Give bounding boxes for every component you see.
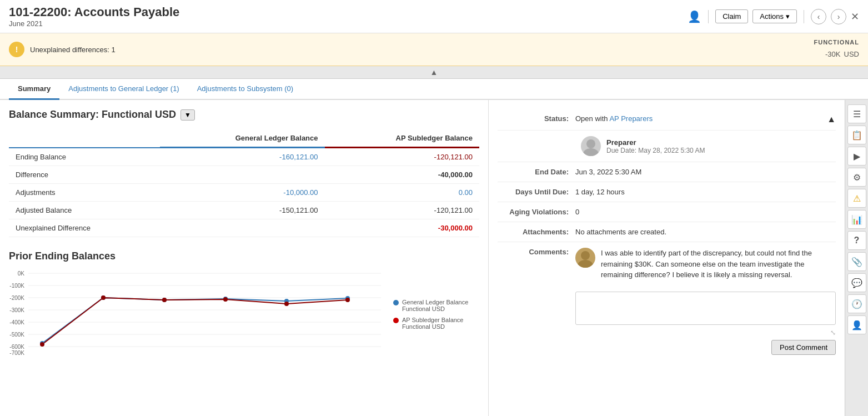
- help-icon-button[interactable]: ?: [847, 231, 866, 250]
- row-gl-value: [160, 219, 324, 237]
- users-settings-icon-button[interactable]: ⚙: [847, 168, 866, 187]
- collapse-handle[interactable]: ▲: [0, 66, 868, 79]
- row-label: Difference: [9, 166, 160, 184]
- person-settings-icon-button[interactable]: 👤: [847, 315, 866, 334]
- history-icon-button[interactable]: 🕐: [847, 294, 866, 313]
- status-row: Status: Open with AP Preparers ▲: [498, 109, 836, 131]
- warning-left: ! Unexplained differences: 1: [9, 42, 116, 57]
- separator-2: [804, 10, 804, 23]
- chevron-left-icon: ‹: [817, 12, 820, 21]
- col-gl-header: General Ledger Balance: [160, 129, 324, 148]
- play-icon-button[interactable]: ▶: [847, 147, 866, 166]
- aging-violations-label: Aging Violations:: [498, 208, 575, 216]
- svg-text:-700K: -700K: [9, 350, 24, 356]
- svg-text:0K: 0K: [18, 270, 25, 277]
- person-icon[interactable]: 👤: [688, 10, 701, 23]
- balance-table: General Ledger Balance AP Subledger Bala…: [9, 129, 479, 237]
- header-actions: 👤 Claim Actions ▾ ‹ › ✕: [688, 9, 859, 24]
- legend-label-gl: General Ledger Balance Functional USD: [402, 299, 479, 312]
- left-panel: Balance Summary: Functional USD ▼ Genera…: [0, 100, 489, 416]
- chart-legend: General Ledger Balance Functional USD AP…: [393, 269, 479, 359]
- row-gl-value: -10,000.00: [160, 184, 324, 202]
- chat-icon-button[interactable]: 💬: [847, 273, 866, 292]
- svg-text:-500K: -500K: [9, 332, 24, 338]
- aging-violations-value: 0: [575, 208, 836, 216]
- warning-message: Unexplained differences: 1: [30, 46, 116, 54]
- end-date-label: End Date:: [498, 168, 575, 176]
- header: 101-22200: Accounts Payable June 2021 👤 …: [0, 0, 868, 33]
- attachment-icon-button[interactable]: 📎: [847, 252, 866, 271]
- separator-1: [708, 10, 709, 23]
- preparer-row: Preparer Due Date: May 28, 2022 5:30 AM: [498, 131, 836, 162]
- warning-banner: ! Unexplained differences: 1 FUNCTIONAL …: [0, 33, 868, 66]
- functional-label: FUNCTIONAL: [814, 39, 860, 46]
- period-label: June 2021: [9, 19, 179, 28]
- account-title: 101-22200: Accounts Payable: [9, 5, 179, 19]
- legend-item-gl: General Ledger Balance Functional USD: [393, 299, 479, 312]
- svg-point-25: [284, 302, 289, 306]
- row-label: Adjusted Balance: [9, 202, 160, 219]
- functional-summary: FUNCTIONAL -30K USD: [814, 39, 860, 60]
- row-ap-value: 0.00: [325, 184, 479, 202]
- collapse-status-icon[interactable]: ▲: [827, 114, 836, 124]
- row-ap-value: -30,000.00: [325, 219, 479, 237]
- legend-item-ap: AP Subledger Balance Functional USD: [393, 317, 479, 330]
- list-icon-button[interactable]: ☰: [847, 104, 866, 123]
- balance-dropdown-button[interactable]: ▼: [180, 109, 195, 121]
- status-text: Open with: [575, 114, 609, 123]
- svg-point-36: [578, 260, 593, 268]
- svg-text:-400K: -400K: [9, 319, 24, 325]
- comment-user: I was able to identify part of the discr…: [575, 248, 836, 280]
- end-date-value: Jun 3, 2022 5:30 AM: [575, 168, 836, 176]
- main-content: Balance Summary: Functional USD ▼ Genera…: [0, 100, 868, 416]
- row-ap-value: -120,121.00: [325, 148, 479, 166]
- balance-summary-title: Balance Summary: Functional USD ▼: [9, 109, 479, 121]
- svg-point-22: [101, 295, 106, 300]
- functional-value: -30K USD: [814, 46, 860, 60]
- comments-content: I was able to identify part of the discr…: [575, 248, 836, 355]
- claim-button[interactable]: Claim: [715, 9, 748, 23]
- right-panel: Status: Open with AP Preparers ▲ Prepare…: [489, 100, 845, 416]
- close-button[interactable]: ✕: [851, 11, 859, 23]
- document-icon-button[interactable]: 📋: [847, 126, 866, 144]
- tab-adj-sub[interactable]: Adjustments to Subsystem (0): [188, 79, 302, 100]
- nav-next-button[interactable]: ›: [831, 9, 846, 24]
- preparer-name: Preparer: [606, 138, 705, 147]
- status-label: Status:: [498, 114, 575, 123]
- comment-input[interactable]: [575, 292, 836, 325]
- post-comment-button[interactable]: Post Comment: [771, 340, 836, 355]
- days-until-due-label: Days Until Due:: [498, 188, 575, 196]
- svg-point-23: [162, 298, 167, 302]
- actions-button[interactable]: Actions ▾: [752, 9, 797, 23]
- svg-text:-100K: -100K: [9, 283, 24, 289]
- status-link[interactable]: AP Preparers: [609, 114, 653, 123]
- warning-icon-button[interactable]: ⚠: [847, 189, 866, 208]
- attachments-label: Attachments:: [498, 228, 575, 236]
- actions-chevron-icon: ▾: [786, 12, 790, 21]
- svg-text:-300K: -300K: [9, 307, 24, 313]
- right-sidebar: ☰ 📋 ▶ ⚙ ⚠ 📊 ? 📎 💬 🕐 👤: [845, 100, 868, 416]
- row-ap-value: -120,121.00: [325, 202, 479, 219]
- tab-adj-gl[interactable]: Adjustments to General Ledger (1): [59, 79, 188, 100]
- comments-row: Comments: I was able to identify part of…: [498, 242, 836, 360]
- table-row: Adjustments-10,000.000.00: [9, 184, 479, 202]
- attachments-value: No attachments are created.: [575, 228, 836, 236]
- preparer-due: Due Date: May 28, 2022 5:30 AM: [606, 147, 705, 154]
- preparer-avatar: [581, 136, 601, 156]
- row-gl-value: [160, 166, 324, 184]
- resize-icon: ⤡: [830, 329, 836, 337]
- data-icon-button[interactable]: 📊: [847, 210, 866, 229]
- legend-label-ap: AP Subledger Balance Functional USD: [402, 317, 479, 330]
- legend-dot-ap: [393, 318, 399, 323]
- table-row: Ending Balance-160,121.00-120,121.00: [9, 148, 479, 166]
- tab-summary[interactable]: Summary: [9, 79, 59, 100]
- row-label: Ending Balance: [9, 148, 160, 166]
- svg-point-33: [586, 139, 595, 148]
- chart-title: Prior Ending Balances: [9, 250, 479, 262]
- attachments-row: Attachments: No attachments are created.: [498, 222, 836, 242]
- row-label: Unexplained Difference: [9, 219, 160, 237]
- chart-area: 0K -100K -200K -300K -400K -500K -600K -…: [9, 269, 479, 359]
- nav-prev-button[interactable]: ‹: [811, 9, 826, 24]
- row-ap-value: -40,000.00: [325, 166, 479, 184]
- svg-point-24: [223, 297, 228, 302]
